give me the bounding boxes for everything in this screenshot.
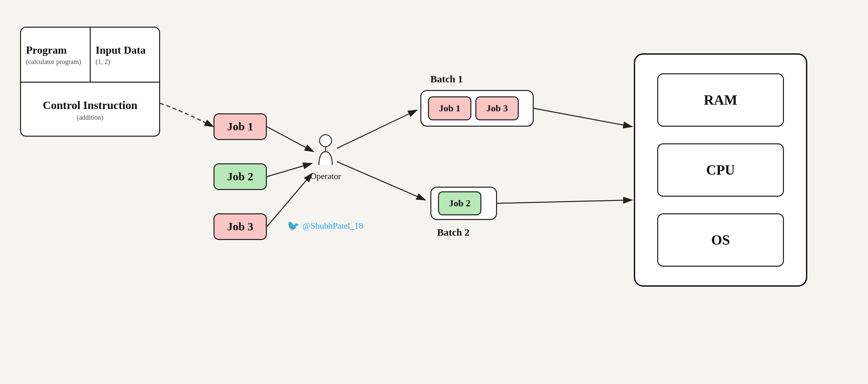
input-cell: Input Data (1, 2): [91, 28, 159, 82]
control-label: Control Instruction: [43, 99, 137, 112]
program-cell: Program (calculator program): [21, 28, 91, 82]
ram-label: RAM: [704, 92, 737, 108]
arrow-job1-operator: [267, 127, 314, 152]
batch2-container: Job 2: [430, 187, 497, 220]
program-label: Program: [26, 44, 67, 56]
hardware-box: RAM CPU OS: [634, 53, 807, 287]
batch1-container: Job 1 Job 3: [420, 90, 534, 127]
control-cell: Control Instruction (addition): [21, 83, 159, 138]
job3-label: Job 3: [227, 220, 253, 233]
job2-main: Job 2: [214, 163, 267, 190]
arrow-operator-batch2: [337, 162, 425, 200]
operator-icon: [312, 133, 339, 170]
operator-label: Operator: [310, 171, 341, 181]
os-component: OS: [657, 213, 784, 267]
twitter-icon: 🐦: [287, 220, 299, 232]
batch2-label: Batch 2: [437, 227, 470, 238]
input-sublabel: (1, 2): [96, 58, 110, 66]
arrow-job2-operator: [267, 163, 312, 177]
operator: Operator: [310, 133, 341, 181]
os-label: OS: [711, 232, 730, 248]
cpu-label: CPU: [706, 162, 735, 178]
job1-label: Job 1: [227, 120, 253, 133]
diagram-container: Program (calculator program) Input Data …: [0, 0, 868, 384]
arrow-batch2-hardware: [497, 200, 632, 203]
arrow-batch1-hardware: [534, 108, 632, 127]
batch1-job3: Job 3: [475, 96, 519, 120]
svg-point-0: [319, 135, 332, 147]
arrow-operator-batch1: [337, 110, 417, 148]
batch1-label: Batch 1: [430, 73, 463, 85]
job3-main: Job 3: [214, 213, 267, 240]
input-label: Input Data: [96, 44, 146, 56]
program-card: Program (calculator program) Input Data …: [20, 27, 160, 137]
twitter-text: @ShubhPatel_18: [303, 221, 363, 231]
arrow-job3-operator: [267, 173, 312, 227]
batch1-job1: Job 1: [428, 96, 471, 120]
batch2-job2: Job 2: [438, 191, 482, 215]
ram-component: RAM: [657, 73, 784, 127]
job1-main: Job 1: [214, 113, 267, 140]
cpu-component: CPU: [657, 143, 784, 197]
job2-label: Job 2: [227, 170, 253, 183]
dashed-arrow-program-job1: [160, 103, 214, 127]
twitter-handle: 🐦 @ShubhPatel_18: [287, 220, 363, 232]
program-sublabel: (calculator program): [26, 58, 81, 66]
control-sublabel: (addition): [77, 114, 103, 121]
